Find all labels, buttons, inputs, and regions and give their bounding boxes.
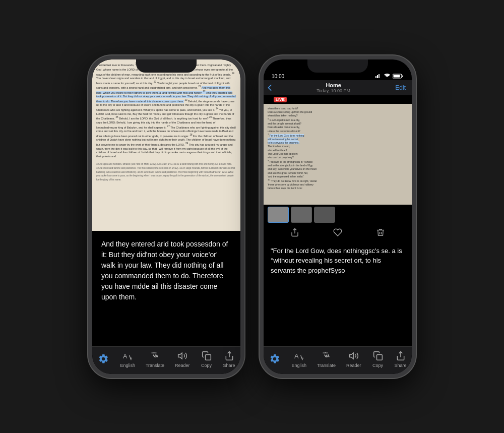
thumbnail-2[interactable] [291, 207, 312, 223]
phone1-english-button[interactable]: A English [120, 350, 135, 368]
phone2-image-area: when there is no trap for it? Does a sna… [264, 104, 412, 205]
phone2-heart-action[interactable] [333, 228, 342, 237]
phone1-bible-text: showfadfast love to thousands, 17You rep… [92, 59, 240, 231]
phone2-thumbnails [264, 205, 412, 225]
phone2-title-area: Home Today, 10:00 PM [317, 82, 350, 93]
phone1-copy-label: Copy [201, 363, 212, 368]
share-icon-2 [395, 350, 407, 362]
phone-2: 10:00 [260, 55, 416, 378]
phone-1: showfadfast love to thousands, 17You rep… [88, 55, 244, 378]
phone1-text-area: And they entered arid took possesdon of … [92, 231, 240, 346]
camera-icon [97, 353, 109, 365]
speaker-icon [176, 350, 188, 362]
speaker-icon-2 [348, 350, 360, 362]
edit-button[interactable]: Edit [395, 84, 406, 91]
svg-rect-8 [394, 75, 400, 78]
phone1-toolbar: A English Translate [92, 346, 240, 374]
translate-icon [149, 350, 161, 362]
phone2-notch [264, 59, 412, 70]
phone1-camera-button[interactable] [97, 353, 109, 365]
svg-rect-3 [375, 76, 376, 78]
status-time: 10:00 [272, 74, 284, 79]
phone1-translated-text: And they entered arid took possesdon of … [101, 240, 228, 301]
phone1-copy-button[interactable]: Copy [201, 350, 213, 368]
phone2-live-bar: LIVE [264, 95, 412, 104]
phone2-subtitle: Today, 10:00 PM [317, 88, 350, 93]
svg-rect-5 [379, 74, 380, 78]
text-recognition-icon-2: A [293, 350, 305, 362]
signal-icon [375, 74, 382, 78]
phone1-share-button[interactable]: Share [223, 350, 235, 368]
phone2-icons-bar [264, 225, 412, 240]
phones-container: showfadfast love to thousands, 17You rep… [88, 55, 416, 378]
phone2-translate-label: Translate [317, 363, 336, 368]
svg-text:A: A [294, 352, 299, 359]
wifi-icon [384, 74, 391, 79]
copy-icon [201, 350, 213, 362]
phone2-copy-label: Copy [372, 363, 383, 368]
svg-rect-1 [205, 354, 211, 360]
live-badge: LIVE [274, 97, 287, 102]
phone2-title: Home [317, 82, 350, 88]
svg-rect-11 [376, 354, 382, 360]
phone2-share-button[interactable]: Share [394, 350, 406, 368]
phone2-header: Home Today, 10:00 PM Edit [264, 80, 412, 95]
battery-icon [393, 74, 404, 79]
phone1-share-label: Share [223, 363, 235, 368]
phone2-camera-button[interactable] [269, 353, 281, 365]
thumbnail-3[interactable] [314, 207, 335, 223]
back-button[interactable] [268, 85, 272, 91]
text-recognition-icon: A [121, 350, 134, 362]
phone1-translate-button[interactable]: Translate [146, 350, 164, 368]
thumbnail-1[interactable] [268, 207, 289, 223]
phone2-bible-text: when there is no trap for it? Does a sna… [264, 104, 412, 205]
phone2-statusbar: 10:00 [264, 70, 412, 80]
phone2-english-label: English [291, 363, 306, 368]
phone1-image-area: showfadfast love to thousands, 17You rep… [92, 59, 240, 231]
phone1-english-label: English [120, 363, 135, 368]
phone2-translated-text: "For the Lord Gow, does nothinggsc's se.… [271, 247, 402, 274]
share-icon [223, 350, 235, 362]
phone2-share-action[interactable] [290, 228, 299, 237]
phone2-english-button[interactable]: A English [291, 350, 306, 368]
copy-icon-2 [372, 350, 384, 362]
phone2-translate-button[interactable]: Translate [317, 350, 336, 368]
svg-rect-4 [377, 75, 378, 78]
translate-icon-2 [321, 350, 333, 362]
phone2-copy-button[interactable]: Copy [372, 350, 384, 368]
phone2-reader-label: Reader [346, 363, 361, 368]
phone2-text-area: "For the Lord Gow, does nothinggsc's se.… [264, 240, 412, 346]
chevron-left-icon [268, 85, 272, 91]
phone1-translate-label: Translate [146, 363, 164, 368]
camera-icon-2 [269, 353, 281, 365]
phone2-toolbar: A English Translate [264, 346, 412, 374]
phone1-reader-label: Reader [175, 363, 190, 368]
phone2-trash-action[interactable] [376, 228, 385, 237]
svg-text:A: A [123, 352, 128, 359]
svg-rect-7 [402, 76, 403, 77]
phone1-reader-button[interactable]: Reader [175, 350, 190, 368]
phone2-share-label: Share [394, 363, 406, 368]
phone2-reader-button[interactable]: Reader [346, 350, 361, 368]
